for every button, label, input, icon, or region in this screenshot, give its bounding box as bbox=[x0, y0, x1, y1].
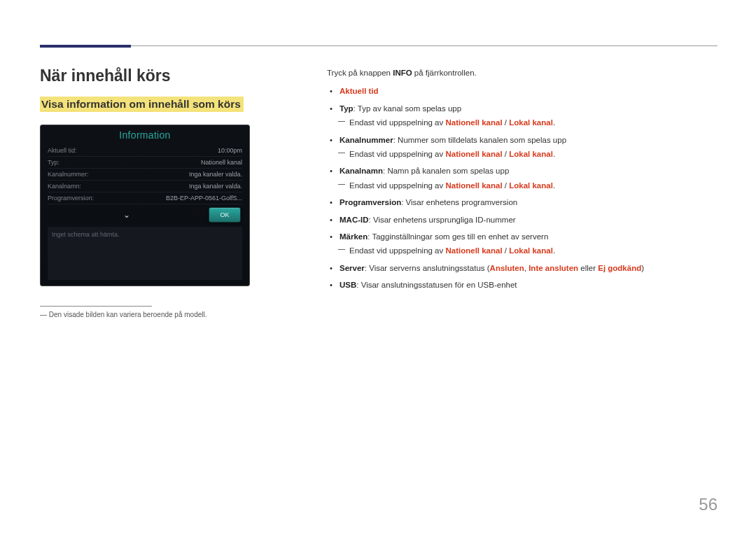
info-row: Kanalnamn: Inga kanaler valda. bbox=[48, 181, 242, 192]
list-item: USB: Visar anslutningsstatusen för en US… bbox=[340, 279, 718, 291]
bullet-label: Märken bbox=[340, 232, 368, 241]
sub-red: Lokal kanal bbox=[509, 150, 553, 158]
sub-red: Nationell kanal bbox=[445, 246, 502, 255]
bullet-desc: : Visar serverns anslutningsstatus ( bbox=[365, 264, 490, 272]
right-column: Tryck på knappen INFO på fjärrkontrollen… bbox=[327, 66, 718, 318]
info-panel: Information Aktuell tid: 10:00pm Typ: Na… bbox=[40, 125, 250, 286]
intro-suffix: på fjärrkontrollen. bbox=[412, 69, 477, 77]
sub-text: Endast vid uppspelning av bbox=[349, 118, 445, 127]
info-message: Inget schema att hämta. bbox=[48, 227, 242, 280]
sub-note: Endast vid uppspelning av Nationell kana… bbox=[340, 116, 718, 129]
bullet-aktuell-tid: Aktuell tid bbox=[340, 87, 379, 95]
info-value: B2B-EP-APP-0561-GolfS... bbox=[166, 195, 242, 202]
info-label: Kanalnummer: bbox=[48, 171, 89, 178]
info-label: Kanalnamn: bbox=[48, 183, 81, 190]
sub-red: Lokal kanal bbox=[509, 246, 553, 255]
sep: ) bbox=[641, 264, 644, 272]
bullet-label: USB bbox=[340, 281, 356, 289]
list-item: MAC-ID: Visar enhetens ursprungliga ID-n… bbox=[340, 213, 718, 226]
sub-slash: / bbox=[503, 118, 510, 127]
bullet-label: Kanalnamn bbox=[340, 167, 383, 175]
intro-line: Tryck på knappen INFO på fjärrkontrollen… bbox=[327, 66, 718, 79]
sub-red: Nationell kanal bbox=[445, 118, 502, 127]
bullet-desc: : Visar enhetens programversion bbox=[401, 198, 517, 206]
bullet-label: Typ bbox=[340, 104, 354, 113]
footnote-rule bbox=[40, 306, 152, 307]
bullet-desc: : Typ av kanal som spelas upp bbox=[354, 104, 462, 113]
info-row: Aktuell tid: 10:00pm bbox=[48, 145, 242, 157]
info-label: Aktuell tid: bbox=[48, 147, 77, 154]
sub-text: Endast vid uppspelning av bbox=[349, 246, 445, 255]
sub-red: Nationell kanal bbox=[445, 150, 502, 158]
page-title: När innehåll körs bbox=[40, 66, 299, 85]
sub-period: . bbox=[553, 118, 555, 127]
left-column: När innehåll körs Visa information om in… bbox=[40, 66, 299, 318]
list-item: Programversion: Visar enhetens programve… bbox=[340, 196, 718, 209]
info-value: Inga kanaler valda. bbox=[189, 171, 242, 178]
bullet-label: MAC-ID bbox=[340, 216, 369, 224]
sub-note: Endast vid uppspelning av Nationell kana… bbox=[340, 148, 718, 160]
sub-text: Endast vid uppspelning av bbox=[349, 150, 445, 158]
page-top-rule bbox=[40, 45, 718, 46]
sep: eller bbox=[578, 264, 598, 272]
bullet-label: Programversion bbox=[340, 198, 401, 206]
sub-red: Lokal kanal bbox=[509, 181, 553, 190]
sub-slash: / bbox=[503, 150, 510, 158]
list-item: Server: Visar serverns anslutningsstatus… bbox=[340, 262, 718, 274]
footnote: ― Den visade bilden kan variera beroende… bbox=[40, 311, 299, 318]
section-title: Visa information om innehåll som körs bbox=[40, 97, 244, 112]
sub-red: Nationell kanal bbox=[445, 181, 502, 190]
page-number: 56 bbox=[699, 495, 718, 514]
list-item: Aktuell tid bbox=[340, 85, 718, 97]
bullet-desc: : Namn på kanalen som spelas upp bbox=[383, 167, 509, 175]
sub-slash: / bbox=[503, 246, 510, 255]
list-item: Märken: Tagginställningar som ges till e… bbox=[340, 230, 718, 258]
bullet-label: Server bbox=[340, 264, 365, 272]
info-panel-body: Aktuell tid: 10:00pm Typ: Nationell kana… bbox=[41, 145, 249, 223]
info-value: Nationell kanal bbox=[201, 159, 242, 166]
list-item: Kanalnamn: Namn på kanalen som spelas up… bbox=[340, 164, 718, 192]
server-status: Inte ansluten bbox=[528, 264, 578, 272]
list-item: Kanalnummer: Nummer som tilldelats kanal… bbox=[340, 134, 718, 161]
bullet-desc: : Visar anslutningsstatusen för en USB-e… bbox=[356, 281, 517, 289]
info-label: Programversion: bbox=[48, 195, 94, 202]
bullet-desc: : Visar enhetens ursprungliga ID-nummer bbox=[369, 216, 516, 224]
bullet-label: Kanalnummer bbox=[340, 136, 393, 144]
bullet-list: Aktuell tid Typ: Typ av kanal som spelas… bbox=[327, 85, 718, 291]
info-button-row: ⌄ OK bbox=[48, 204, 242, 223]
sub-note: Endast vid uppspelning av Nationell kana… bbox=[340, 179, 718, 192]
sub-note: Endast vid uppspelning av Nationell kana… bbox=[340, 244, 718, 257]
ok-button[interactable]: OK bbox=[209, 207, 241, 223]
footnote-text: Den visade bilden kan variera beroende p… bbox=[49, 311, 207, 318]
info-value: 10:00pm bbox=[218, 147, 242, 154]
info-value: Inga kanaler valda. bbox=[189, 183, 242, 190]
info-row: Programversion: B2B-EP-APP-0561-GolfS... bbox=[48, 192, 242, 204]
bullet-desc: : Nummer som tilldelats kanalen som spel… bbox=[393, 136, 566, 144]
server-status: Ansluten bbox=[490, 264, 524, 272]
info-row: Kanalnummer: Inga kanaler valda. bbox=[48, 169, 242, 181]
sub-slash: / bbox=[503, 181, 510, 190]
list-item: Typ: Typ av kanal som spelas upp Endast … bbox=[340, 102, 718, 129]
sub-text: Endast vid uppspelning av bbox=[349, 181, 445, 190]
chevron-down-icon[interactable]: ⌄ bbox=[49, 210, 204, 220]
sub-period: . bbox=[553, 181, 555, 190]
sub-period: . bbox=[553, 150, 555, 158]
info-row: Typ: Nationell kanal bbox=[48, 157, 242, 169]
intro-prefix: Tryck på knappen bbox=[327, 69, 393, 77]
page-accent-bar bbox=[40, 45, 131, 48]
info-label: Typ: bbox=[48, 159, 59, 166]
info-panel-title: Information bbox=[41, 125, 249, 145]
bullet-desc: : Tagginställningar som ges till en enhe… bbox=[368, 232, 548, 241]
intro-bold: INFO bbox=[393, 69, 412, 77]
server-status: Ej godkänd bbox=[598, 264, 641, 272]
page-content: När innehåll körs Visa information om in… bbox=[40, 66, 718, 318]
sub-red: Lokal kanal bbox=[509, 118, 553, 127]
sub-period: . bbox=[553, 246, 555, 255]
